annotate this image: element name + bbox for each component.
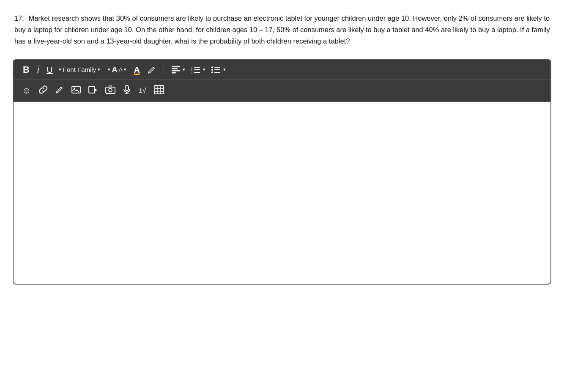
bullet-list-icon (211, 66, 221, 74)
underline-button[interactable]: U (45, 65, 54, 75)
svg-rect-22 (125, 85, 129, 90)
question-body: Market research shows that 30% of consum… (14, 14, 550, 45)
image-icon (71, 85, 81, 94)
microphone-icon (123, 85, 131, 94)
table-button[interactable] (153, 84, 165, 97)
table-icon (154, 85, 164, 94)
question-text: 17. Market research shows that 30% of co… (13, 13, 551, 47)
numbered-list-button[interactable]: 1 2 3 (189, 65, 202, 74)
align-group: ▾ (170, 65, 185, 74)
page-container: 17. Market research shows that 30% of co… (0, 0, 564, 297)
svg-rect-14 (214, 67, 220, 68)
align-icon (172, 66, 180, 74)
font-family-label: Font Family (63, 66, 96, 73)
highlight-button[interactable]: A (132, 65, 142, 75)
aa-arrow: ▾ (124, 67, 126, 72)
font-family-arrow-left: ▾ (59, 67, 61, 72)
numbered-list-group: 1 2 3 ▾ (189, 65, 205, 74)
svg-text:3: 3 (191, 71, 193, 74)
italic-button[interactable]: i (36, 65, 41, 75)
question-number: 17. (14, 14, 24, 22)
font-size-group: ▾ A A ▾ (108, 65, 126, 74)
draw-icon (55, 85, 64, 94)
svg-rect-8 (194, 67, 200, 68)
numbered-list-arrow: ▾ (203, 67, 205, 72)
font-family-wrapper: ▾ Font Family ▾ (59, 66, 100, 73)
formula-icon: ±√ (138, 86, 146, 94)
draw-button[interactable] (55, 85, 65, 97)
editor-wrapper: B i U ▾ Font Family ▾ ▾ A A ▾ A (13, 59, 551, 285)
bullet-list-group: ▾ (210, 65, 226, 74)
video-play-icon (88, 85, 98, 94)
numbered-list-icon: 1 2 3 (191, 66, 200, 74)
emoji-button[interactable]: ☺ (21, 85, 32, 96)
svg-point-11 (211, 66, 213, 68)
svg-point-12 (211, 69, 213, 71)
svg-rect-16 (214, 72, 220, 73)
svg-rect-4 (172, 72, 176, 74)
svg-rect-9 (194, 69, 200, 70)
svg-rect-15 (214, 69, 220, 70)
separator-1 (164, 66, 164, 74)
bold-button[interactable]: B (21, 64, 31, 75)
image-button[interactable] (71, 85, 82, 97)
fontsize-arrow: ▾ (108, 67, 110, 72)
text-color-button[interactable] (146, 65, 158, 75)
svg-rect-19 (89, 86, 95, 93)
microphone-button[interactable] (122, 84, 131, 97)
bullet-list-button[interactable] (210, 65, 222, 74)
svg-point-13 (211, 71, 213, 73)
align-arrow: ▾ (183, 67, 185, 72)
aa-large: A (112, 65, 118, 74)
link-button[interactable] (38, 84, 49, 97)
toolbar-row1: B i U ▾ Font Family ▾ ▾ A A ▾ A (14, 60, 550, 80)
font-family-arrow-right: ▾ (98, 67, 100, 72)
align-button[interactable] (170, 65, 182, 74)
formula-button[interactable]: ±√ (137, 85, 147, 96)
video-button[interactable] (88, 85, 99, 97)
camera-icon (105, 85, 115, 94)
emoji-icon: ☺ (22, 85, 31, 95)
svg-rect-3 (172, 70, 180, 71)
aa-small: A (119, 66, 123, 73)
toolbar-row2: ☺ (14, 80, 550, 102)
svg-rect-1 (172, 66, 180, 67)
svg-rect-2 (172, 68, 178, 69)
pencil-icon (148, 66, 156, 74)
editor-content-area[interactable] (14, 102, 550, 284)
camera-button[interactable] (104, 85, 116, 97)
svg-rect-10 (194, 72, 200, 73)
highlight-icon: A (134, 66, 140, 74)
svg-point-21 (109, 88, 112, 92)
bullet-list-arrow: ▾ (223, 67, 226, 72)
link-icon (38, 85, 48, 94)
svg-rect-25 (154, 85, 164, 94)
